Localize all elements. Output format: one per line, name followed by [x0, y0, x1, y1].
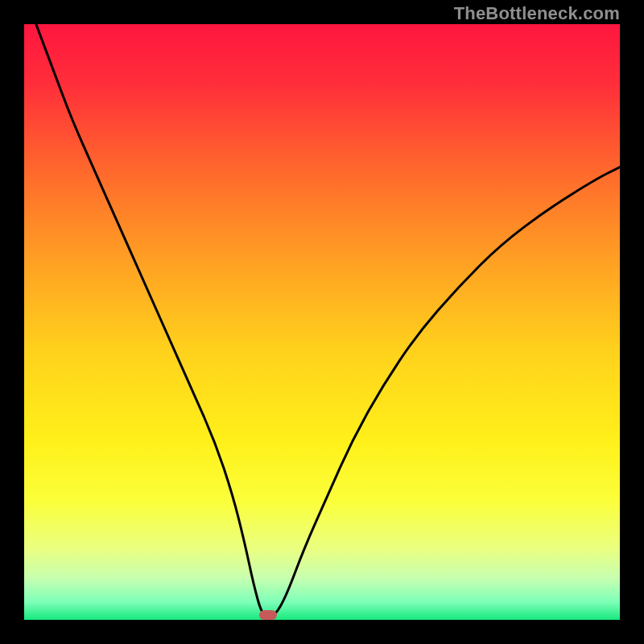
bottleneck-curve [24, 24, 620, 620]
plot-area [24, 24, 620, 620]
optimal-point-marker [259, 610, 277, 620]
chart-frame: TheBottleneck.com [0, 0, 644, 644]
watermark-text: TheBottleneck.com [454, 3, 620, 24]
